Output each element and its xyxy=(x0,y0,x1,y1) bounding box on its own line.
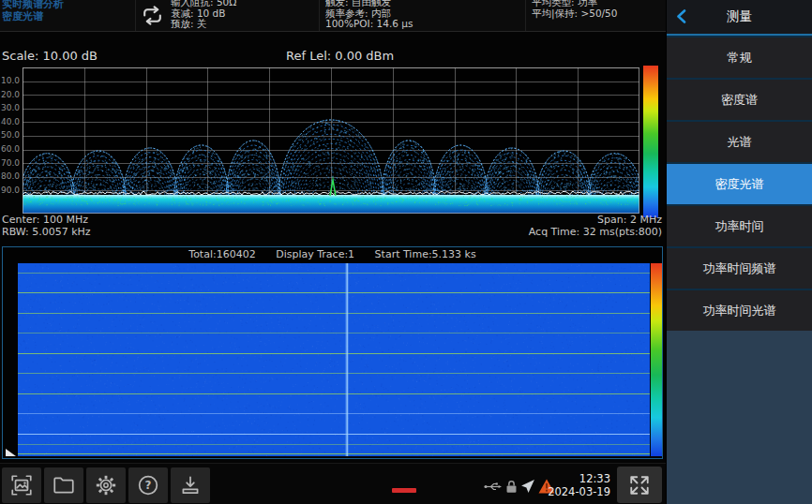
time-value: 12:33 xyxy=(539,472,610,485)
total-count: Total:160402 xyxy=(188,248,255,260)
trigger-settings-column: 触发: 自由触发 频率参考: 内部 100%POI: 14.6 μs xyxy=(325,0,413,30)
start-time: Start Time:5.133 ks xyxy=(375,248,476,260)
menu-back-header[interactable]: 测量 xyxy=(667,0,812,36)
file-manager-button[interactable] xyxy=(44,467,83,503)
repeat-icon xyxy=(140,5,165,26)
header-bar: 实时频谱分析 密度光谱 输入阻抗: 50Ω 衰减: 10 dB 预放: 关 触发… xyxy=(0,0,666,32)
lock-icon xyxy=(505,480,518,494)
fullscreen-button[interactable] xyxy=(617,467,662,503)
help-icon: ? xyxy=(136,473,160,497)
y-tick: 60.0 xyxy=(0,145,20,154)
save-button[interactable] xyxy=(171,467,210,503)
y-tick: 40.0 xyxy=(0,118,20,126)
app-title-line2: 密度光谱 xyxy=(2,10,64,22)
trace-position-marker xyxy=(6,449,16,456)
svg-text:?: ? xyxy=(145,479,152,492)
menu-item-spectrum[interactable]: 光谱 xyxy=(667,122,812,162)
menu-item-power-time-spectrogram[interactable]: 功率时间光谱 xyxy=(667,290,812,331)
ref-level-field[interactable]: Ref Lel: 0.00 dBm xyxy=(286,49,394,63)
continuous-sweep-button[interactable] xyxy=(140,5,165,30)
spectrogram-colorbar xyxy=(651,263,662,456)
input-settings-column: 输入阻抗: 50Ω 衰减: 10 dB 预放: 关 xyxy=(171,0,236,30)
help-button[interactable]: ? xyxy=(128,467,168,503)
y-tick: 90.0 xyxy=(0,186,20,195)
average-settings-column: 平均类型: 功率 平均|保持: >50/50 xyxy=(532,0,617,19)
header-divider xyxy=(319,0,320,31)
menu-items: 常规 密度谱 光谱 密度光谱 功率时间 功率时间频谱 功率时间光谱 xyxy=(667,36,812,331)
center-freq-field[interactable]: Center: 100 MHz xyxy=(2,215,88,226)
header-divider xyxy=(135,0,136,31)
span-field[interactable]: Span: 2 MHz xyxy=(422,215,662,226)
spectrum-analyzer-screen: 实时频谱分析 密度光谱 输入阻抗: 50Ω 衰减: 10 dB 预放: 关 触发… xyxy=(0,0,812,504)
app-title: 实时频谱分析 密度光谱 xyxy=(2,0,64,22)
screenshot-icon xyxy=(9,473,34,497)
bottom-toolbar: ? xyxy=(0,463,666,504)
spectrogram-panel: Total:160402 Display Trace:1 Start Time:… xyxy=(2,246,663,459)
clock: 12:33 2024-03-19 xyxy=(539,472,610,498)
menu-item-power-vs-time[interactable]: 功率时间 xyxy=(667,206,812,246)
poi: 100%POI: 14.6 μs xyxy=(325,19,413,30)
app-title-line1: 实时频谱分析 xyxy=(2,0,64,10)
menu-item-normal[interactable]: 常规 xyxy=(667,37,812,78)
y-tick: 20.0 xyxy=(0,91,20,99)
menu-title: 测量 xyxy=(727,8,752,25)
average-hold: 平均|保持: >50/50 xyxy=(532,8,617,20)
expand-icon xyxy=(628,474,651,497)
scale-field[interactable]: Scale: 10.00 dB xyxy=(2,49,98,63)
gear-icon xyxy=(94,473,118,497)
display-trace: Display Trace:1 xyxy=(276,248,354,260)
density-colorbar xyxy=(643,66,658,217)
y-tick: 50.0 xyxy=(0,131,20,140)
measurement-menu: 测量 常规 密度谱 光谱 密度光谱 功率时间 功率时间频谱 功率时间光谱 xyxy=(666,0,812,504)
y-tick: 80.0 xyxy=(0,172,20,181)
save-icon xyxy=(178,473,203,497)
usb-icon xyxy=(484,480,503,494)
folder-icon xyxy=(52,473,76,497)
preamp: 预放: 关 xyxy=(171,19,236,30)
y-tick: 70.0 xyxy=(0,159,20,168)
acq-time-field[interactable]: Acq Time: 32 ms(pts:800) xyxy=(422,227,662,238)
spectrogram-header: Total:160402 Display Trace:1 Start Time:… xyxy=(3,248,662,261)
screenshot-button[interactable] xyxy=(2,467,41,503)
menu-item-density[interactable]: 密度谱 xyxy=(667,80,812,120)
back-chevron-icon xyxy=(676,9,686,23)
menu-filler xyxy=(667,331,812,504)
spectrogram-waterfall[interactable] xyxy=(18,263,650,456)
date-value: 2024-03-19 xyxy=(539,485,610,498)
rbw-field[interactable]: RBW: 5.0057 kHz xyxy=(2,227,91,238)
settings-button[interactable] xyxy=(86,467,126,503)
menu-item-density-spectrogram[interactable]: 密度光谱 xyxy=(667,164,812,204)
y-tick: 10.0 xyxy=(0,77,20,85)
y-tick: 30.0 xyxy=(0,104,20,112)
record-indicator xyxy=(392,488,416,493)
send-icon xyxy=(520,479,535,494)
menu-item-power-time-spectrum[interactable]: 功率时间频谱 xyxy=(667,248,812,289)
density-spectrum-plot[interactable] xyxy=(23,67,639,214)
header-divider xyxy=(525,0,526,31)
